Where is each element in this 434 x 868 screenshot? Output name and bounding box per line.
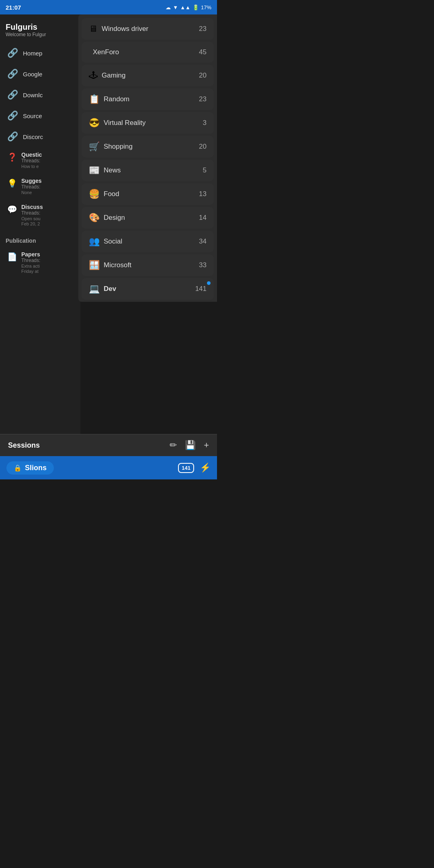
questions-threads: Threads: (21, 158, 42, 164)
question-icon: ❓ (7, 152, 17, 162)
paper-icon: 📄 (7, 252, 17, 262)
suggestions-title: Sugges (21, 178, 42, 184)
panel-item-count-1: 45 (199, 48, 207, 56)
sidebar-item-discussions[interactable]: 💬 Discuss Threads: Open sou Feb 20, 2 (2, 200, 79, 230)
sidebar-item-download[interactable]: 🔗 Downlc (2, 85, 79, 105)
panel-item-name-0: Windows driver (102, 25, 148, 33)
chat-icon: 💬 (7, 205, 17, 214)
panel-item-emoji-3: 📋 (89, 95, 100, 104)
tab-count-badge[interactable]: 141 (178, 463, 194, 473)
sidebar-label-google: Google (23, 71, 42, 78)
panel-item-count-6: 5 (203, 166, 207, 174)
sessions-bar: Sessions ✏ 💾 + (0, 434, 217, 456)
panel-item-emoji-5: 🛒 (89, 142, 100, 151)
discussions-title: Discuss (21, 204, 43, 210)
panel-item-dev[interactable]: 💻Dev141 (82, 278, 214, 300)
panel-item-emoji-8: 🎨 (89, 213, 100, 222)
overlay-panel: 🖥Windows driver23XenForo45🕹Gaming20📋Rand… (78, 14, 217, 302)
sidebar-item-suggestions[interactable]: 💡 Sugges Threads: None (2, 174, 79, 199)
panel-item-count-9: 34 (199, 237, 207, 246)
publication-section-header: Publication (0, 231, 80, 246)
panel-item-food[interactable]: 🍔Food13 (82, 183, 214, 205)
sidebar-item-homepage[interactable]: 🔗 Homep (2, 43, 79, 63)
save-icon[interactable]: 💾 (185, 440, 196, 450)
panel-item-random[interactable]: 📋Random23 (82, 88, 214, 110)
status-time: 21:07 (6, 4, 21, 11)
link-icon-5: 🔗 (7, 131, 18, 142)
panel-item-name-1: XenForo (93, 48, 119, 56)
panel-item-gaming[interactable]: 🕹Gaming20 (82, 65, 214, 86)
panel-item-virtual-reality[interactable]: 😎Virtual Reality3 (82, 112, 214, 134)
add-session-icon[interactable]: + (204, 440, 209, 450)
bottom-nav-app-name: Slions (25, 464, 47, 472)
panel-item-count-5: 20 (199, 143, 207, 151)
panel-item-name-3: Random (104, 95, 129, 103)
sidebar-item-source[interactable]: 🔗 Source (2, 106, 79, 126)
panel-item-emoji-0: 🖥 (89, 25, 98, 33)
panel-item-emoji-6: 📰 (89, 166, 100, 175)
link-icon-2: 🔗 (7, 69, 18, 79)
edit-icon[interactable]: ✏ (170, 440, 177, 450)
panel-item-shopping[interactable]: 🛒Shopping20 (82, 136, 214, 158)
sidebar-item-discord[interactable]: 🔗 Discorс (2, 127, 79, 147)
panel-item-name-2: Gaming (102, 72, 126, 80)
suggestions-extra: None (21, 190, 42, 195)
panel-item-count-2: 20 (199, 72, 207, 80)
panel-item-name-8: Design (104, 214, 125, 222)
discussions-threads: Threads: (21, 210, 43, 216)
panel-item-emoji-7: 🍔 (89, 190, 100, 199)
panel-item-name-11: Dev (104, 285, 116, 293)
panel-item-name-6: News (104, 166, 121, 174)
link-icon-4: 🔗 (7, 111, 18, 121)
questions-title: Questic (21, 151, 42, 158)
sidebar-app-name: Fulguris (6, 23, 75, 32)
lightbulb-icon: 💡 (7, 178, 17, 188)
panel-item-name-5: Shopping (104, 143, 133, 151)
panel-item-emoji-2: 🕹 (89, 71, 98, 80)
sidebar-item-questions[interactable]: ❓ Questic Threads: How to e (2, 147, 79, 173)
sidebar-label-discord: Discorс (23, 133, 43, 140)
papers-threads: Threads: (21, 258, 40, 263)
panel-item-emoji-9: 👥 (89, 237, 100, 246)
status-icons: ☁ ▼ ▲▲ 🔋 17% (166, 4, 211, 10)
cloud-icon: ☁ (166, 4, 171, 10)
discussions-extra1: Open sou (21, 216, 43, 221)
bolt-icon[interactable]: ⚡ (200, 463, 211, 473)
sidebar: Fulguris Welcome to Fulgur 🔗 Homep 🔗 Goo… (0, 14, 80, 434)
panel-item-name-10: Microsoft (104, 261, 131, 269)
panel-item-count-7: 13 (199, 190, 207, 198)
lock-icon: 🔒 (14, 464, 22, 472)
panel-item-design[interactable]: 🎨Design14 (82, 207, 214, 229)
sidebar-item-google[interactable]: 🔗 Google (2, 64, 79, 84)
sidebar-header: Fulguris Welcome to Fulgur (0, 18, 80, 42)
papers-title: Papers (21, 251, 40, 258)
main-layout: Fulguris Welcome to Fulgur 🔗 Homep 🔗 Goo… (0, 14, 217, 434)
wifi-icon: ▼ (173, 4, 178, 10)
panel-item-microsoft[interactable]: 🪟Microsoft33 (82, 254, 214, 276)
bottom-nav-app[interactable]: 🔒 Slions (6, 461, 54, 475)
panel-item-count-3: 23 (199, 95, 207, 103)
panel-item-name-7: Food (104, 190, 119, 198)
panel-item-emoji-4: 😎 (89, 119, 100, 127)
link-icon: 🔗 (7, 48, 18, 58)
panel-item-count-4: 3 (203, 119, 207, 127)
sidebar-app-subtitle: Welcome to Fulgur (6, 32, 75, 37)
sidebar-label-download: Downlc (23, 92, 43, 98)
sidebar-label-homepage: Homep (23, 50, 42, 57)
link-icon-3: 🔗 (7, 90, 18, 100)
panel-item-name-4: Virtual Reality (104, 119, 146, 127)
suggestions-threads: Threads: (21, 184, 42, 190)
bottom-nav-right: 141 ⚡ (178, 463, 211, 473)
panel-item-emoji-11: 💻 (89, 285, 100, 293)
questions-extra: How to e (21, 164, 42, 169)
sidebar-label-source: Source (23, 113, 42, 119)
panel-item-windows-driver[interactable]: 🖥Windows driver23 (82, 18, 214, 40)
sidebar-item-papers[interactable]: 📄 Papers Threads: Extra acti Friday at (2, 247, 79, 278)
sessions-label: Sessions (8, 441, 40, 450)
papers-extra1: Extra acti (21, 264, 40, 268)
discussions-extra2: Feb 20, 2 (21, 221, 43, 226)
panel-item-news[interactable]: 📰News5 (82, 160, 214, 181)
panel-item-social[interactable]: 👥Social34 (82, 231, 214, 252)
panel-item-xenforo[interactable]: XenForo45 (82, 42, 214, 63)
panel-item-count-11: 141 (195, 285, 207, 293)
